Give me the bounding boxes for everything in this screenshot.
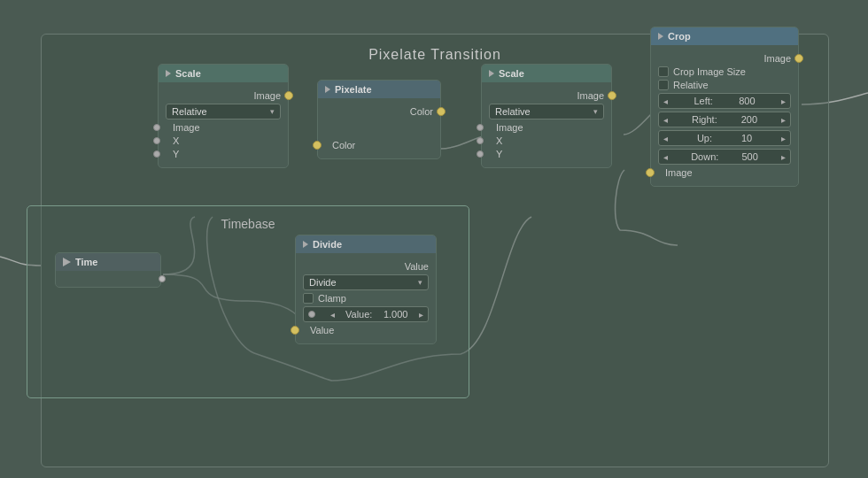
crop-image-out-socket[interactable]: [646, 168, 655, 177]
scale-right-image2-socket[interactable]: [477, 124, 484, 131]
pixelate-triangle-icon: [325, 86, 330, 93]
scale-left-body: Image Relative ▾ Image X Y: [159, 82, 288, 167]
scale-left-dropdown-value: Relative: [172, 106, 207, 117]
scale-left-title: Scale: [175, 68, 201, 79]
scale-right-x-label: X: [496, 135, 502, 146]
crop-right-row[interactable]: ◂ Right: 200 ▸: [658, 112, 791, 127]
pixelate-color-in-row: Color: [325, 140, 433, 150]
canvas: Pixelate Transition Timebase Scale Image…: [0, 0, 868, 478]
node-crop: Crop Image Crop Image Size Relative ◂ Le…: [650, 27, 799, 187]
divide-dropdown-value: Divide: [309, 277, 337, 288]
time-header: Time: [56, 253, 160, 271]
scale-right-image-socket[interactable]: [608, 91, 616, 100]
scale-left-x-socket[interactable]: [153, 137, 160, 144]
divide-value-out-label: Value: [405, 261, 429, 272]
scale-left-y-socket[interactable]: [153, 150, 160, 158]
crop-image-size-row: Crop Image Size: [658, 66, 791, 77]
pixelate-color-out-row: Color: [325, 106, 433, 117]
scale-left-dropdown[interactable]: Relative ▾: [166, 104, 281, 120]
crop-right-left-arrow-icon[interactable]: ◂: [663, 115, 668, 125]
time-play-icon: [63, 258, 71, 266]
crop-image-in-socket[interactable]: [794, 54, 803, 63]
node-time: Time: [55, 252, 161, 288]
divide-value-num: 1.000: [384, 309, 408, 320]
divide-value-left-arrow-icon[interactable]: ◂: [330, 310, 335, 320]
pixelate-color-in-socket[interactable]: [313, 141, 322, 150]
crop-title: Crop: [668, 31, 691, 42]
scale-left-y-row: Y: [166, 149, 281, 159]
divide-triangle-icon: [303, 241, 308, 248]
divide-clamp-row: Clamp: [303, 293, 429, 304]
crop-right-label: Right:: [692, 114, 717, 125]
node-scale-right: Scale Image Relative ▾ Image X Y: [481, 64, 612, 168]
divide-clamp-checkbox[interactable]: [303, 293, 314, 304]
crop-relative-checkbox[interactable]: [658, 80, 669, 90]
crop-image-out-label: Image: [665, 167, 693, 178]
pixelate-color-out-label: Color: [410, 106, 433, 117]
time-out-socket[interactable]: [159, 275, 166, 282]
scale-left-x-label: X: [173, 135, 179, 146]
divide-clamp-label: Clamp: [318, 293, 346, 304]
crop-down-left-arrow-icon[interactable]: ◂: [663, 152, 668, 162]
time-body: [56, 271, 160, 287]
crop-left-label: Left:: [694, 96, 712, 106]
scale-right-y-socket[interactable]: [477, 150, 484, 158]
crop-image-size-checkbox[interactable]: [658, 66, 669, 77]
pixelate-title: Pixelate: [335, 84, 372, 95]
crop-up-left-arrow-icon[interactable]: ◂: [663, 134, 668, 143]
scale-left-image2-socket[interactable]: [153, 124, 160, 131]
crop-image-size-label: Crop Image Size: [673, 66, 746, 77]
scale-right-y-row: Y: [489, 149, 604, 159]
crop-relative-row: Relative: [658, 80, 791, 90]
scale-right-image-row: Image: [489, 90, 604, 101]
crop-left-row[interactable]: ◂ Left: 800 ▸: [658, 93, 791, 109]
scale-right-x-row: X: [489, 135, 604, 146]
crop-body: Image Crop Image Size Relative ◂ Left: 8…: [651, 45, 798, 186]
scale-right-triangle-icon: [489, 70, 494, 77]
divide-value-out-socket[interactable]: [291, 326, 299, 335]
divide-value-out-row: Value: [303, 261, 429, 272]
crop-image-in-label: Image: [763, 53, 791, 64]
scale-left-x-row: X: [166, 135, 281, 146]
scale-left-y-label: Y: [173, 149, 179, 159]
divide-value-num-row[interactable]: ◂ Value: 1.000 ▸: [303, 306, 429, 322]
scale-left-image-row: Image: [166, 90, 281, 101]
node-pixelate: Pixelate Color Color: [317, 80, 441, 159]
scale-right-dropdown[interactable]: Relative ▾: [489, 104, 604, 120]
scale-right-image2-label: Image: [496, 122, 523, 133]
crop-up-row[interactable]: ◂ Up: 10 ▸: [658, 130, 791, 146]
crop-right-value: 200: [741, 114, 757, 125]
scale-right-dropdown-arrow-icon: ▾: [593, 107, 598, 116]
scale-right-image-label: Image: [577, 90, 604, 101]
crop-triangle-icon: [658, 33, 663, 40]
crop-left-right-arrow-icon[interactable]: ▸: [781, 96, 786, 106]
crop-down-row[interactable]: ◂ Down: 500 ▸: [658, 149, 791, 165]
scale-right-x-socket[interactable]: [477, 137, 484, 144]
scale-left-image-socket[interactable]: [284, 91, 293, 100]
pixelate-body: Color Color: [318, 98, 440, 158]
crop-up-value: 10: [741, 133, 752, 143]
time-title: Time: [75, 257, 97, 267]
divide-value-num-label: Value:: [345, 309, 372, 320]
divide-value-out-label2: Value: [310, 325, 334, 335]
scale-right-body: Image Relative ▾ Image X Y: [482, 82, 611, 167]
pixelate-header: Pixelate: [318, 81, 440, 98]
divide-value-out-socket-row: Value: [303, 325, 429, 335]
divide-value-right-arrow-icon[interactable]: ▸: [419, 310, 423, 320]
scale-left-image2-label: Image: [173, 122, 200, 133]
divide-body: Value Divide ▾ Clamp ◂ Value: 1.000 ▸ Va…: [296, 253, 436, 343]
divide-dropdown[interactable]: Divide ▾: [303, 274, 429, 290]
crop-right-right-arrow-icon[interactable]: ▸: [781, 115, 786, 125]
scale-right-y-label: Y: [496, 149, 502, 159]
crop-left-left-arrow-icon[interactable]: ◂: [663, 96, 668, 106]
node-divide: Divide Value Divide ▾ Clamp ◂ Value: 1.0…: [295, 235, 437, 344]
divide-value-in-socket[interactable]: [308, 311, 315, 318]
crop-down-value: 500: [741, 151, 757, 162]
crop-image-in-row: Image: [658, 53, 791, 64]
scale-left-image-label: Image: [253, 90, 281, 101]
scale-right-header: Scale: [482, 65, 611, 82]
crop-up-right-arrow-icon[interactable]: ▸: [781, 134, 786, 143]
timebase-title: Timebase: [221, 217, 275, 231]
crop-down-right-arrow-icon[interactable]: ▸: [781, 152, 786, 162]
pixelate-color-out-socket[interactable]: [437, 107, 446, 116]
